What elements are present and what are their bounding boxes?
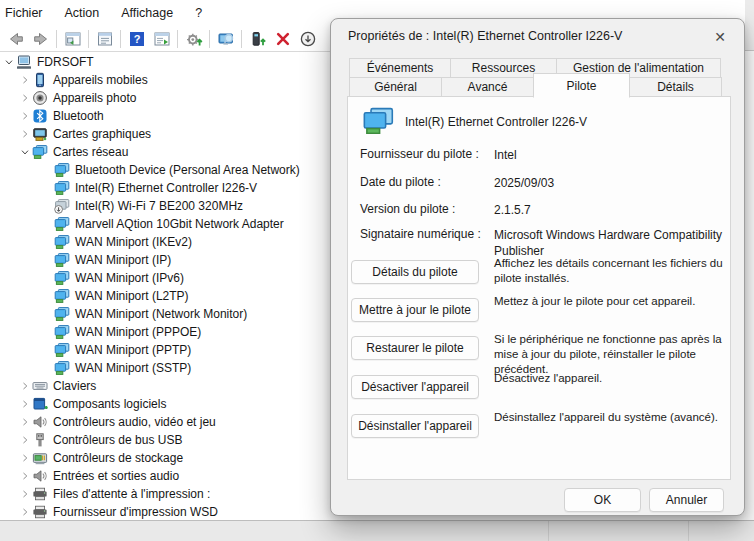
- disable-icon: [299, 30, 317, 48]
- chevron-right-icon[interactable]: [18, 450, 32, 466]
- driver-upgrade-icon: [249, 30, 267, 48]
- help-button[interactable]: ?: [124, 27, 149, 50]
- chevron-spacer: [40, 342, 54, 358]
- field-label-date-du-pilote: Date du pilote :: [360, 175, 441, 189]
- network-icon: [54, 342, 70, 358]
- tab-avanc[interactable]: Avancé: [441, 77, 534, 97]
- toolbar-separator: [88, 30, 89, 48]
- tree-label: Composants logiciels: [53, 397, 166, 411]
- storage-icon: [32, 450, 48, 466]
- menu-item-affichage[interactable]: Affichage: [110, 2, 184, 24]
- toolbar-separator: [209, 30, 210, 48]
- tree-label: WAN Miniport (L2TP): [75, 289, 189, 303]
- action-description: Désactivez l'appareil.: [494, 371, 728, 386]
- back-button[interactable]: [3, 27, 28, 50]
- chevron-right-icon[interactable]: [18, 72, 32, 88]
- chevron-right-icon[interactable]: [18, 90, 32, 106]
- menu-item-action[interactable]: Action: [54, 2, 111, 24]
- toolbar-separator: [56, 30, 57, 48]
- cancel-button[interactable]: Annuler: [649, 488, 724, 512]
- tree-label: Intel(R) Wi-Fi 7 BE200 320MHz: [75, 199, 243, 213]
- camera-icon: [32, 90, 48, 106]
- chevron-right-icon[interactable]: [18, 414, 32, 430]
- dialog-title: Propriétés de : Intel(R) Ethernet Contro…: [348, 29, 622, 43]
- chevron-spacer: [40, 306, 54, 322]
- tab-pilote[interactable]: Pilote: [533, 73, 630, 98]
- toolbar-separator: [120, 30, 121, 48]
- scan-hardware-button[interactable]: [213, 27, 238, 50]
- remove-button[interactable]: [270, 27, 295, 50]
- tree-label: Claviers: [53, 379, 96, 393]
- network-icon: [54, 324, 70, 340]
- tree-label: Files d'attente à l'impression :: [53, 487, 210, 501]
- chevron-spacer: [40, 252, 54, 268]
- chevron-spacer: [40, 180, 54, 196]
- tree-label: FDRSOFT: [37, 55, 94, 69]
- network-icon: [54, 270, 70, 286]
- tree-label: WAN Miniport (Network Monitor): [75, 307, 247, 321]
- restaurer-le-pilote-button[interactable]: Restaurer le pilote: [351, 336, 479, 360]
- tree-label: Contrôleurs de stockage: [53, 451, 183, 465]
- printer-icon: [32, 486, 48, 502]
- list-view-button[interactable]: [149, 27, 174, 50]
- chevron-right-icon[interactable]: [18, 486, 32, 502]
- device-name: Intel(R) Ethernet Controller I226-V: [405, 115, 587, 129]
- network-icon: [54, 180, 70, 196]
- forward-button[interactable]: [28, 27, 53, 50]
- properties-window-button[interactable]: [92, 27, 117, 50]
- background-divider: [688, 521, 689, 541]
- tab-d-tails[interactable]: Détails: [629, 77, 722, 97]
- network-icon: [54, 234, 70, 250]
- menu-item-item[interactable]: ?: [184, 2, 213, 24]
- properties-dialog: Propriétés de : Intel(R) Ethernet Contro…: [330, 18, 745, 516]
- ok-button[interactable]: OK: [564, 488, 641, 512]
- network-icon: [54, 162, 70, 178]
- svg-text:?: ?: [133, 33, 140, 45]
- chevron-right-icon[interactable]: [18, 126, 32, 142]
- network-icon: [54, 288, 70, 304]
- chevron-spacer: [40, 360, 54, 376]
- action-description: Affichez les détails concernant les fich…: [494, 256, 728, 286]
- driver-upgrade-button[interactable]: [245, 27, 270, 50]
- tab-v-nements[interactable]: Événements: [349, 58, 451, 78]
- tree-label: Entrées et sorties audio: [53, 469, 179, 483]
- tree-label: Fournisseur d'impression WSD: [53, 505, 218, 519]
- d-tails-du-pilote-button[interactable]: Détails du pilote: [351, 260, 479, 284]
- network-icon: [32, 144, 48, 160]
- field-label-signataire-num-rique: Signataire numérique :: [360, 227, 481, 241]
- background-bottom-strip: [0, 520, 754, 541]
- d-sinstaller-l-appareil-button[interactable]: Désinstaller l'appareil: [351, 414, 479, 438]
- mettre-jour-le-pilote-button[interactable]: Mettre à jour le pilote: [351, 298, 479, 322]
- disable-button[interactable]: [295, 27, 320, 50]
- chevron-right-icon[interactable]: [18, 432, 32, 448]
- chevron-right-icon[interactable]: [18, 108, 32, 124]
- tab-g-n-ral[interactable]: Général: [349, 77, 442, 97]
- tree-label: WAN Miniport (IPv6): [75, 271, 184, 285]
- background-window-body: [745, 50, 754, 520]
- action-description: Désinstallez l'appareil du système (avan…: [494, 410, 728, 425]
- computer-icon: [16, 54, 32, 70]
- back-icon: [7, 30, 25, 48]
- field-value-date-du-pilote: 2025/09/03: [494, 175, 728, 191]
- bluetooth-icon: [32, 108, 48, 124]
- close-icon[interactable]: ✕: [708, 26, 732, 48]
- d-sactiver-l-appareil-button[interactable]: Désactiver l'appareil: [351, 375, 479, 399]
- menu-item-fichier[interactable]: Fichier: [0, 2, 54, 24]
- properties-window-icon: [96, 30, 114, 48]
- tree-label: WAN Miniport (PPPOE): [75, 325, 201, 339]
- console-window-button[interactable]: [60, 27, 85, 50]
- action-description: Mettez à jour le pilote pour cet apparei…: [494, 294, 728, 309]
- chevron-down-icon[interactable]: [2, 54, 16, 70]
- network-icon: [54, 306, 70, 322]
- chevron-right-icon[interactable]: [18, 504, 32, 520]
- chevron-right-icon[interactable]: [18, 468, 32, 484]
- tree-label: WAN Miniport (IKEv2): [75, 235, 192, 249]
- tree-label: Intel(R) Ethernet Controller I226-V: [75, 181, 257, 195]
- network-disabled-icon: [54, 198, 70, 214]
- network-icon: [54, 216, 70, 232]
- gpu-icon: [32, 126, 48, 142]
- chevron-right-icon[interactable]: [18, 378, 32, 394]
- chevron-down-icon[interactable]: [18, 144, 32, 160]
- update-driver-button[interactable]: [181, 27, 206, 50]
- chevron-right-icon[interactable]: [18, 396, 32, 412]
